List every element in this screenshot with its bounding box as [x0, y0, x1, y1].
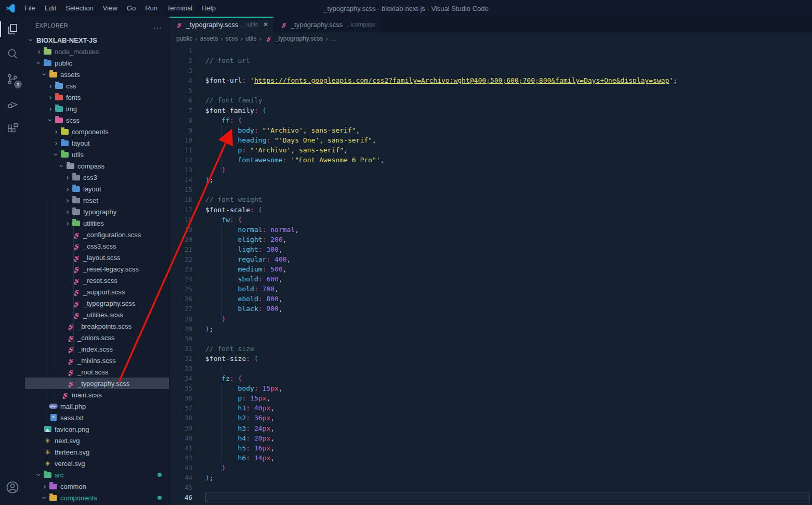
code-line-10[interactable]: 10 heading: "'Days One', sans-serif",: [169, 135, 812, 145]
code-line-9[interactable]: 9 body: "'Archivo', sans-serif",: [169, 125, 812, 135]
explorer-icon[interactable]: [0, 17, 25, 42]
tree-item-css[interactable]: ›css: [25, 80, 169, 92]
tree-item-reset[interactable]: ›reset: [25, 195, 169, 206]
code-line-26[interactable]: 26 ebold: 800,: [169, 294, 812, 304]
tree-item--typography-scss[interactable]: ʂ_typography.scss: [25, 297, 169, 309]
breadcrumb-assets[interactable]: assets: [200, 35, 218, 42]
code-line-20[interactable]: 20 elight: 200,: [169, 235, 812, 244]
tree-item-scss[interactable]: ›scss: [25, 114, 169, 126]
code-line-25[interactable]: 25 bold: 700,: [169, 284, 812, 294]
code-line-17[interactable]: 17$font-scale: (: [169, 205, 812, 215]
breadcrumb-utils[interactable]: utils: [245, 35, 256, 42]
tree-item-common[interactable]: ›common: [25, 481, 169, 492]
code-line-40[interactable]: 40 h4: 20px,: [169, 433, 812, 443]
code-line-13[interactable]: 13 ): [169, 165, 812, 175]
tree-item--mixins-scss[interactable]: ʂ_mixins.scss: [25, 355, 169, 366]
code-line-22[interactable]: 22 regular: 400,: [169, 254, 812, 264]
menu-help[interactable]: Help: [197, 0, 220, 17]
tree-item--configuration-scss[interactable]: ʂ_configuration.scss: [25, 229, 169, 240]
tree-item--reset-legacy-scss[interactable]: ʂ_reset-legacy.scss: [25, 263, 169, 275]
code-line-18[interactable]: 18 fw: (: [169, 215, 812, 225]
tree-item-sass-txt[interactable]: ≡sass.txt: [25, 412, 169, 423]
tab-_typography.scss-1[interactable]: ʂ_typography.scss...\compass: [274, 17, 381, 32]
search-icon[interactable]: [0, 42, 25, 67]
tree-item-src[interactable]: ›src: [25, 469, 169, 481]
breadcrumb-tail[interactable]: ...: [331, 35, 336, 42]
tree-item-main-scss[interactable]: ʂmain.scss: [25, 389, 169, 400]
code-line-36[interactable]: 36 p: 15px,: [169, 393, 812, 403]
tab-_typography.scss-0[interactable]: ʂ_typography.scss...\utils✕: [169, 17, 274, 32]
code-line-27[interactable]: 27 black: 900,: [169, 304, 812, 314]
code-line-8[interactable]: 8 ff: (: [169, 115, 812, 125]
tree-item-layout[interactable]: ›layout: [25, 183, 169, 195]
code-line-5[interactable]: 5: [169, 85, 812, 95]
menu-go[interactable]: Go: [122, 0, 140, 17]
code-line-15[interactable]: 15: [169, 185, 812, 195]
code-line-21[interactable]: 21 light: 300,: [169, 244, 812, 254]
code-line-12[interactable]: 12 fontawesome: '"Font Awesome 6 Pro"',: [169, 155, 812, 165]
code-line-34[interactable]: 34 fz: (: [169, 373, 812, 383]
breadcrumb-file[interactable]: _typography.scss: [275, 35, 323, 42]
code-line-42[interactable]: 42 h6: 14px,: [169, 453, 812, 463]
code-line-3[interactable]: 3: [169, 66, 812, 75]
tree-item--layout-scss[interactable]: ʂ_layout.scss: [25, 252, 169, 263]
tree-item-thirteen-svg[interactable]: ✳thirteen.svg: [25, 446, 169, 458]
tree-item--root-scss[interactable]: ʂ_root.scss: [25, 366, 169, 378]
tree-item--reset-scss[interactable]: ʂ_reset.scss: [25, 275, 169, 286]
tree-item-mail-php[interactable]: phpmail.php: [25, 400, 169, 412]
code-line-30[interactable]: 30: [169, 334, 812, 344]
menu-run[interactable]: Run: [140, 0, 162, 17]
code-line-33[interactable]: 33: [169, 364, 812, 373]
menu-view[interactable]: View: [98, 0, 122, 17]
extensions-icon[interactable]: [0, 116, 25, 141]
code-line-2[interactable]: 2// font url: [169, 56, 812, 66]
tree-item-fonts[interactable]: ›fonts: [25, 92, 169, 103]
menu-selection[interactable]: Selection: [61, 0, 98, 17]
tree-item-utils[interactable]: ›utils: [25, 149, 169, 160]
tree-item-components[interactable]: ›components: [25, 492, 169, 503]
explorer-more-actions-icon[interactable]: ...: [153, 21, 162, 30]
tree-item-img[interactable]: ›img: [25, 103, 169, 114]
source-control-icon[interactable]: 3: [0, 67, 25, 92]
tree-item-assets[interactable]: ›assets: [25, 69, 169, 80]
tree-item--support-scss[interactable]: ʂ_support.scss: [25, 286, 169, 297]
code-line-31[interactable]: 31// font size: [169, 344, 812, 354]
menu-edit[interactable]: Edit: [40, 0, 61, 17]
run-debug-icon[interactable]: [0, 92, 25, 116]
tree-item--css3-scss[interactable]: ʂ_css3.scss: [25, 240, 169, 252]
code-line-19[interactable]: 19 normal: normal,: [169, 225, 812, 235]
code-line-35[interactable]: 35 body: 15px,: [169, 383, 812, 393]
code-line-7[interactable]: 7$font-family: (: [169, 106, 812, 115]
tree-item--index-scss[interactable]: ʂ_index.scss: [25, 343, 169, 355]
tree-item--utilities-scss[interactable]: ʂ_utilities.scss: [25, 309, 169, 320]
tree-item-vercel-svg[interactable]: ✳vercel.svg: [25, 458, 169, 469]
menu-file[interactable]: File: [20, 0, 40, 17]
code-line-45[interactable]: 45: [169, 483, 812, 493]
tree-item-next-svg[interactable]: ✳next.svg: [25, 435, 169, 446]
tree-item-typography[interactable]: ›typography: [25, 206, 169, 217]
tree-item-components[interactable]: ›components: [25, 126, 169, 137]
code-line-38[interactable]: 38 h2: 36px,: [169, 413, 812, 423]
tree-root-bioxlab-next-js[interactable]: ›BIOXLAB-NEXT-JS: [25, 34, 169, 46]
account-icon[interactable]: [0, 475, 25, 500]
tree-item-public[interactable]: ›public: [25, 57, 169, 69]
breadcrumb-scss[interactable]: scss: [226, 35, 238, 42]
tree-item-node-modules[interactable]: ›node_modules: [25, 46, 169, 57]
tree-item-compass[interactable]: ›compass: [25, 160, 169, 172]
code-line-32[interactable]: 32$font-size: (: [169, 354, 812, 364]
code-line-23[interactable]: 23 medium: 500,: [169, 264, 812, 274]
close-icon[interactable]: ✕: [263, 21, 268, 28]
code-line-4[interactable]: 4$font-url: 'https://fonts.googleapis.co…: [169, 75, 812, 85]
code-line-29[interactable]: 29);: [169, 324, 812, 334]
code-line-28[interactable]: 28 ): [169, 314, 812, 324]
tree-item--breakpoints-scss[interactable]: ʂ_breakpoints.scss: [25, 320, 169, 332]
code-line-24[interactable]: 24 sbold: 600,: [169, 274, 812, 284]
code-line-6[interactable]: 6// font family: [169, 95, 812, 105]
tree-item--typography-scss[interactable]: ʂ_typography.scss: [25, 378, 169, 389]
code-line-39[interactable]: 39 h3: 24px,: [169, 423, 812, 433]
tree-item-layout[interactable]: ›layout: [25, 137, 169, 149]
code-line-44[interactable]: 44);: [169, 473, 812, 483]
tree-item-favicon-png[interactable]: favicon.png: [25, 423, 169, 435]
tree-item-css3[interactable]: ›css3: [25, 172, 169, 183]
tree-item--colors-scss[interactable]: ʂ_colors.scss: [25, 332, 169, 343]
